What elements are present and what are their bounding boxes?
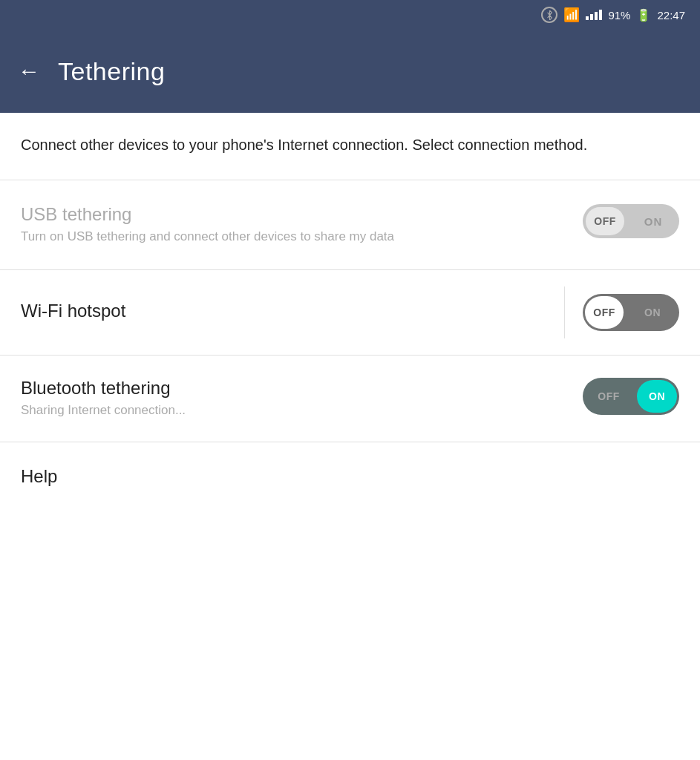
content-area: Connect other devices to your phone's In… [0,113,700,511]
usb-title: USB tethering [21,204,568,225]
help-title[interactable]: Help [21,466,679,487]
usb-toggle-knob: OFF [586,207,624,235]
description-text: Connect other devices to your phone's In… [21,134,679,156]
usb-toggle-on-label: ON [627,215,679,228]
wifi-toggle-off-label: OFF [593,307,615,318]
bluetooth-toggle-container[interactable]: OFF ON [583,378,679,415]
battery-icon: 🔋 [636,8,651,22]
bluetooth-toggle[interactable]: OFF ON [583,378,679,415]
status-bar: 📶 91% 🔋 22:47 [0,0,700,30]
wifi-status-icon: 📶 [563,7,580,23]
bluetooth-tethering-row: Bluetooth tethering Sharing Internet con… [0,356,700,442]
bluetooth-subtitle: Sharing Internet connection... [21,402,451,419]
wifi-toggle-on-label: ON [626,307,679,318]
page-title: Tethering [58,57,165,86]
wifi-label-group: Wi-Fi hotspot [21,301,546,324]
usb-toggle-off-label: OFF [594,215,616,227]
wifi-toggle-knob: OFF [585,296,624,329]
wifi-toggle-container[interactable]: OFF ON [583,294,679,331]
back-button[interactable]: ← [18,60,40,82]
usb-subtitle: Turn on USB tethering and connect other … [21,228,451,246]
status-time: 22:47 [657,9,685,22]
status-icons: 📶 91% 🔋 22:47 [541,7,685,23]
bluetooth-title: Bluetooth tethering [21,378,568,399]
help-section[interactable]: Help [0,442,700,511]
bluetooth-label-group: Bluetooth tethering Sharing Internet con… [21,378,583,419]
bluetooth-svg [545,10,555,20]
description-section: Connect other devices to your phone's In… [0,113,700,180]
usb-label-group: USB tethering Turn on USB tethering and … [21,204,583,246]
bluetooth-toggle-knob: ON [637,380,677,413]
usb-toggle[interactable]: OFF ON [583,204,679,238]
wifi-hotspot-row: Wi-Fi hotspot OFF ON [0,270,700,355]
signal-icon [586,10,602,20]
vertical-divider [564,286,565,338]
usb-tethering-row: USB tethering Turn on USB tethering and … [0,180,700,269]
wifi-title: Wi-Fi hotspot [21,301,546,321]
wifi-toggle[interactable]: OFF ON [583,294,679,331]
bluetooth-toggle-off-label: OFF [583,390,635,402]
battery-percentage: 91% [608,9,630,22]
app-bar: ← Tethering [0,30,700,113]
bluetooth-status-icon [541,7,557,23]
usb-toggle-container[interactable]: OFF ON [583,204,679,238]
bluetooth-toggle-on-label: ON [649,390,665,402]
